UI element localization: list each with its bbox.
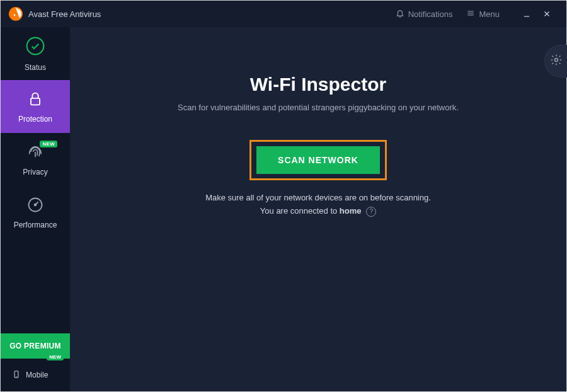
minimize-button[interactable] xyxy=(518,9,539,18)
scan-network-label: SCAN NETWORK xyxy=(278,155,358,165)
gear-icon xyxy=(550,54,563,69)
app-title: Avast Free Antivirus xyxy=(28,9,101,19)
sidebar-item-mobile[interactable]: NEW Mobile xyxy=(1,359,70,391)
mobile-icon xyxy=(12,368,26,383)
go-premium-label: GO PREMIUM xyxy=(9,342,61,350)
page-subtitle: Scan for vulnerabilities and potential s… xyxy=(70,103,566,112)
menu-label: Menu xyxy=(479,9,500,19)
scan-network-button[interactable]: SCAN NETWORK xyxy=(256,146,380,174)
sidebar-item-label: Privacy xyxy=(23,168,47,176)
titlebar: Avast Free Antivirus Notifications Menu xyxy=(1,1,566,27)
main-content: Wi-Fi Inspector Scan for vulnerabilities… xyxy=(70,27,566,391)
help-icon[interactable]: ? xyxy=(366,207,376,217)
avast-logo-icon xyxy=(8,6,23,21)
svg-rect-9 xyxy=(31,98,40,105)
hint-connected-to: You are connected to home ? xyxy=(70,206,566,217)
page-title: Wi-Fi Inspector xyxy=(70,74,566,95)
svg-point-14 xyxy=(554,59,558,62)
sidebar-item-privacy[interactable]: NEW Privacy xyxy=(1,133,70,186)
new-badge: NEW xyxy=(40,141,57,147)
sidebar-item-label: Performance xyxy=(14,221,57,229)
menu-button[interactable]: Menu xyxy=(466,9,500,20)
notifications-button[interactable]: Notifications xyxy=(396,9,453,20)
sidebar-item-label: Mobile xyxy=(26,371,48,379)
sidebar: Status Protection NEW Privacy xyxy=(1,27,70,391)
sidebar-item-performance[interactable]: Performance xyxy=(1,186,70,239)
sidebar-item-label: Status xyxy=(25,63,46,72)
svg-point-11 xyxy=(35,204,37,205)
notifications-label: Notifications xyxy=(408,9,453,19)
gauge-icon xyxy=(26,196,44,216)
network-name: home xyxy=(340,206,362,216)
svg-point-8 xyxy=(27,37,44,54)
check-circle-icon xyxy=(25,36,45,58)
sidebar-item-label: Protection xyxy=(18,115,52,124)
close-button[interactable] xyxy=(539,9,559,18)
sidebar-item-protection[interactable]: Protection xyxy=(1,80,70,133)
svg-point-1 xyxy=(14,14,16,16)
hamburger-icon xyxy=(466,9,479,20)
bell-icon xyxy=(396,9,408,20)
scan-highlight-frame: SCAN NETWORK xyxy=(249,140,387,180)
hint-connected-prefix: You are connected to xyxy=(260,206,340,216)
hint-devices-on: Make sure all of your network devices ar… xyxy=(70,193,566,202)
lock-icon xyxy=(26,90,44,110)
sidebar-item-status[interactable]: Status xyxy=(1,27,70,80)
new-badge: NEW xyxy=(47,354,64,360)
app-window: Avast Free Antivirus Notifications Menu xyxy=(0,0,567,392)
